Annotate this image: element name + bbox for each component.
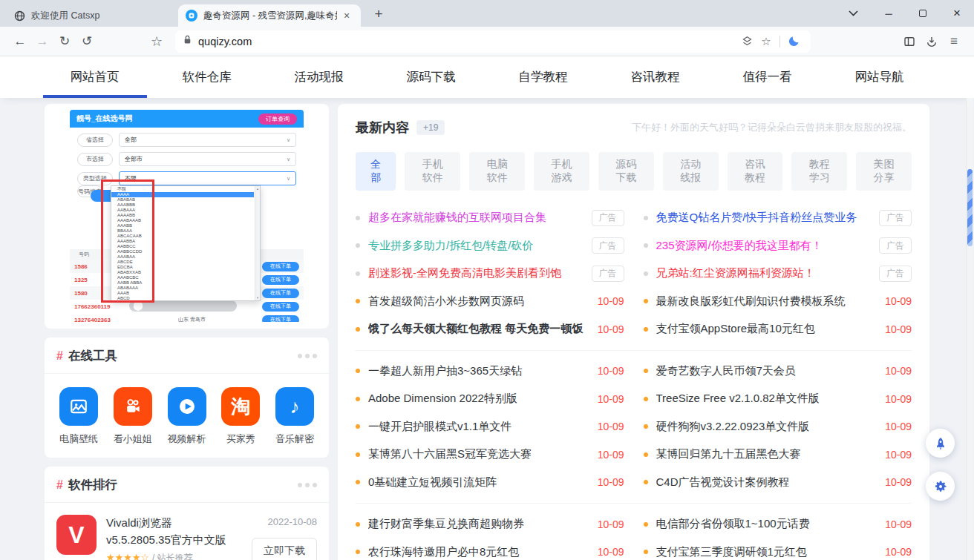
menu-icon[interactable]: ≡ bbox=[943, 30, 965, 53]
nav-item[interactable]: 咨讯教程 bbox=[599, 56, 711, 98]
post-title[interactable]: 硬件狗狗v3.2.22.0923单文件版 bbox=[656, 420, 877, 434]
url-text[interactable]: quqizy.com bbox=[198, 36, 252, 47]
download-now-button[interactable]: 立即下载 bbox=[252, 538, 317, 560]
more-dots-icon[interactable] bbox=[298, 483, 317, 487]
list-item[interactable]: 电信部分省份领取1~100元话费 10-09 bbox=[644, 510, 912, 538]
split-view-icon[interactable] bbox=[898, 30, 921, 53]
filter-chip[interactable]: 美图分享 bbox=[856, 152, 912, 191]
post-title[interactable]: 235资源网/你想要的我这里都有！ bbox=[656, 239, 872, 253]
post-screenshot-image[interactable]: 靓号_在线选号网 订单查询 省选择 全部∨ 市选择 全部市∨ 类型选择 不限∨ bbox=[70, 110, 304, 322]
post-title[interactable]: 某博第八十六届黑S冠军竞选大赛 bbox=[368, 447, 589, 461]
list-item[interactable]: 建行财富季集豆兑换商超购物券 10-09 bbox=[356, 510, 624, 538]
back-to-top-rocket-button[interactable] bbox=[926, 429, 955, 458]
list-item[interactable]: 农行珠海特邀用户必中8元红包 10-09 bbox=[356, 538, 624, 560]
filter-chip[interactable]: 手机游戏 bbox=[534, 152, 589, 191]
address-bar[interactable]: quqizy.com ☆ bbox=[175, 30, 811, 53]
browser-tab-active[interactable]: 趣奇资源网 - 残雪资源网,趣味奇妙 × bbox=[178, 4, 361, 27]
tool-wallpaper[interactable]: 电脑壁纸 bbox=[54, 387, 103, 446]
filter-chip[interactable]: 电脑软件 bbox=[469, 152, 525, 191]
post-title[interactable]: 建行财富季集豆兑换商超购物券 bbox=[368, 517, 589, 531]
filter-chip[interactable]: 源码下载 bbox=[598, 152, 654, 191]
list-item[interactable]: 支付宝第三季度调研领1元红包 10-09 bbox=[644, 538, 912, 560]
list-item[interactable]: 超多在家就能赚钱的互联网项目合集 广告 bbox=[356, 204, 624, 232]
tool-video-parse[interactable]: 视频解析 bbox=[163, 387, 212, 446]
post-title[interactable]: 超多在家就能赚钱的互联网项目合集 bbox=[368, 211, 584, 225]
post-title[interactable]: Adobe Dimension 2022特别版 bbox=[368, 392, 589, 406]
ranking-item-vivaldi[interactable]: V Vivaldi浏览器 v5.5.2805.35官方中文版 ★★★★☆ / 站… bbox=[45, 503, 329, 560]
list-item[interactable]: 最新改良版彩虹代刷知识付费模板系统 10-09 bbox=[644, 288, 912, 316]
post-title[interactable]: TreeSize Free v2.1.0.82单文件版 bbox=[656, 392, 877, 406]
post-title[interactable]: 一键开启护眼模式v1.1单文件 bbox=[368, 420, 589, 434]
tab-search-chevron-icon[interactable] bbox=[836, 0, 870, 27]
settings-gear-button[interactable] bbox=[926, 472, 955, 501]
post-title[interactable]: 首发超级简洁小米步数网页源码 bbox=[368, 294, 589, 309]
tool-music-decrypt[interactable]: ♪ 音乐解密 bbox=[270, 387, 319, 446]
list-item[interactable]: 235资源网/你想要的我这里都有！ 广告 bbox=[644, 232, 912, 260]
list-item[interactable]: 硬件狗狗v3.2.22.0923单文件版 10-09 bbox=[644, 413, 912, 441]
layers-extension-icon[interactable] bbox=[737, 32, 756, 51]
app-name[interactable]: Vivaldi浏览器 bbox=[106, 515, 242, 532]
list-item[interactable]: 首发超级简洁小米步数网页源码 10-09 bbox=[356, 288, 624, 316]
nav-item[interactable]: 值得一看 bbox=[711, 56, 823, 98]
nav-item[interactable]: 源码下载 bbox=[375, 56, 487, 98]
list-item[interactable]: 某博回归第九十五届黑色大赛 10-09 bbox=[644, 441, 912, 469]
list-item[interactable]: 某博第八十六届黑S冠军竞选大赛 10-09 bbox=[356, 441, 624, 469]
post-title[interactable]: 支付宝领AppStore最高10元红包 bbox=[656, 322, 877, 336]
post-title[interactable]: 最新改良版彩虹代刷知识付费模板系统 bbox=[656, 294, 877, 309]
nav-item[interactable]: 网站首页 bbox=[39, 56, 151, 98]
list-item[interactable]: 0基础建立短视频引流矩阵 10-09 bbox=[356, 469, 624, 497]
back-icon[interactable]: ← bbox=[9, 30, 31, 53]
dark-mode-moon-icon[interactable] bbox=[784, 32, 803, 51]
post-title[interactable]: 某博回归第九十五届黑色大赛 bbox=[656, 447, 877, 461]
nav-item[interactable]: 软件仓库 bbox=[151, 56, 263, 98]
list-item[interactable]: 剧迷影视-全网免费高清电影美剧看到饱 广告 bbox=[356, 260, 624, 288]
post-title[interactable]: 专业拼多多助力/拆红包/转盘/砍价 bbox=[368, 239, 584, 253]
more-dots-icon[interactable] bbox=[298, 354, 317, 358]
post-title[interactable]: 电信部分省份领取1~100元话费 bbox=[656, 517, 877, 531]
scrollbar-thumb[interactable] bbox=[967, 169, 973, 246]
filter-chip[interactable]: 咨讯教程 bbox=[728, 152, 783, 191]
list-item[interactable]: C4D广告视觉设计案例教程 10-09 bbox=[644, 469, 912, 497]
post-title[interactable]: 饿了么每天领大额红包教程 每天免费一顿饭 bbox=[368, 322, 589, 336]
post-title[interactable]: 一拳超人新用户抽3~365天绿钻 bbox=[368, 364, 589, 378]
reload-icon[interactable]: ↻ bbox=[53, 30, 76, 53]
browser-tab-catsxp[interactable]: 欢迎使用 Catsxp bbox=[6, 4, 172, 27]
window-close-button[interactable]: × bbox=[940, 0, 974, 27]
post-title[interactable]: 爱奇艺数字人民币领7天会员 bbox=[656, 364, 877, 378]
post-title[interactable]: 0基础建立短视频引流矩阵 bbox=[368, 475, 589, 490]
list-item[interactable]: 专业拼多多助力/拆红包/转盘/砍价 广告 bbox=[356, 232, 624, 260]
post-title[interactable]: 兄弟站:红尘资源网福利资源站！ bbox=[656, 266, 872, 280]
filter-chip[interactable]: 全部 bbox=[356, 152, 396, 191]
filter-chip[interactable]: 手机软件 bbox=[405, 152, 460, 191]
page-scrollbar[interactable] bbox=[966, 98, 973, 560]
list-item[interactable]: TreeSize Free v2.1.0.82单文件版 10-09 bbox=[644, 385, 912, 413]
filter-chip[interactable]: 教程学习 bbox=[791, 152, 847, 191]
post-title[interactable]: 免费送Q钻名片赞/快手抖音粉丝点赞业务 bbox=[656, 211, 872, 225]
list-item[interactable]: 饿了么每天领大额红包教程 每天免费一顿饭 10-09 bbox=[356, 315, 624, 343]
post-title[interactable]: 剧迷影视-全网免费高清电影美剧看到饱 bbox=[368, 266, 584, 280]
nav-item[interactable]: 自学教程 bbox=[487, 56, 599, 98]
filter-chip[interactable]: 活动线报 bbox=[663, 152, 719, 191]
new-tab-button[interactable]: + bbox=[368, 4, 389, 24]
forward-icon[interactable]: → bbox=[31, 30, 53, 53]
list-item[interactable]: 一拳超人新用户抽3~365天绿钻 10-09 bbox=[356, 358, 624, 386]
list-item[interactable]: 支付宝领AppStore最高10元红包 10-09 bbox=[644, 315, 912, 343]
window-maximize-button[interactable] bbox=[906, 0, 940, 27]
download-icon[interactable] bbox=[921, 30, 943, 53]
tool-taobao[interactable]: 淘 买家秀 bbox=[216, 387, 265, 446]
home-star-icon[interactable]: ☆ bbox=[146, 30, 168, 53]
list-item[interactable]: 免费送Q钻名片赞/快手抖音粉丝点赞业务 广告 bbox=[644, 204, 912, 232]
list-item[interactable]: 兄弟站:红尘资源网福利资源站！ 广告 bbox=[644, 260, 912, 288]
featured-post-card[interactable]: 靓号_在线选号网 订单查询 省选择 全部∨ 市选择 全部市∨ 类型选择 不限∨ bbox=[45, 104, 329, 329]
bookmark-star-icon[interactable]: ☆ bbox=[756, 32, 776, 51]
tab-close-icon[interactable]: × bbox=[340, 9, 353, 22]
post-title[interactable]: 支付宝第三季度调研领1元红包 bbox=[656, 545, 877, 559]
list-item[interactable]: Adobe Dimension 2022特别版 10-09 bbox=[356, 385, 624, 413]
post-title[interactable]: C4D广告视觉设计案例教程 bbox=[656, 475, 877, 490]
post-title[interactable]: 农行珠海特邀用户必中8元红包 bbox=[368, 545, 589, 559]
nav-item[interactable]: 活动现报 bbox=[263, 56, 375, 98]
window-minimize-button[interactable]: ─ bbox=[872, 0, 906, 27]
tool-kuaishou[interactable]: 看小姐姐 bbox=[108, 387, 157, 446]
undo-icon[interactable]: ↺ bbox=[76, 30, 98, 53]
nav-item[interactable]: 网站导航 bbox=[823, 56, 935, 98]
